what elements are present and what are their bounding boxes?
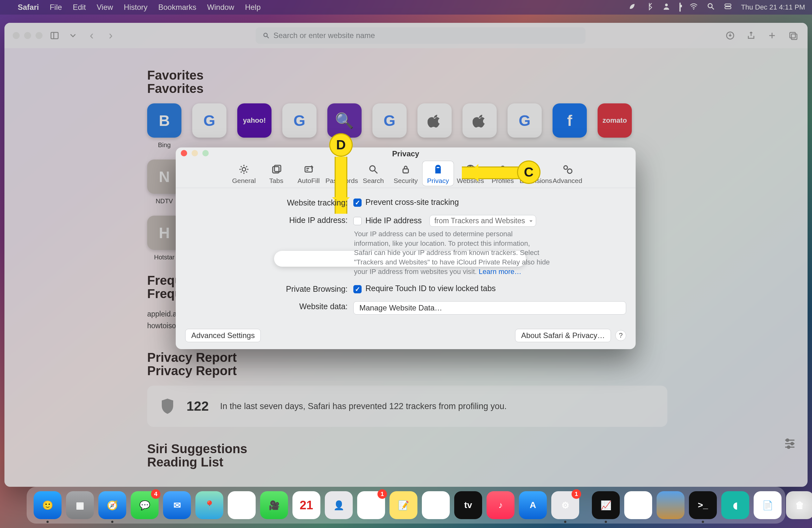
favorite-tile[interactable]: G [282, 103, 317, 149]
menu-clock[interactable]: Thu Dec 21 4:11 PM [741, 3, 805, 11]
control-center-icon[interactable] [724, 2, 732, 12]
help-button[interactable]: ? [615, 330, 626, 341]
prefs-tab-tabs[interactable]: Tabs [261, 161, 292, 186]
dock-safari[interactable]: 🧭 [98, 491, 126, 519]
website-data-label: Website data: [185, 301, 353, 311]
prefs-tab-autofill[interactable]: AutoFill [293, 161, 324, 186]
svg-rect-16 [305, 167, 313, 172]
dock-surfshark[interactable]: ◖ [721, 491, 749, 519]
svg-rect-4 [725, 7, 731, 9]
svg-point-22 [564, 166, 567, 169]
dock-reminders[interactable]: ≣1 [357, 491, 385, 519]
about-safari-privacy-button[interactable]: About Safari & Privacy… [515, 329, 611, 342]
prefs-tab-privacy[interactable]: Privacy [422, 161, 453, 186]
close-button[interactable] [181, 150, 187, 156]
dock-chrome[interactable]: ◎ [624, 491, 652, 519]
menu-bookmarks[interactable]: Bookmarks [158, 3, 196, 12]
menu-file[interactable]: File [50, 3, 62, 12]
dock-photos[interactable]: ❀ [228, 491, 256, 519]
menu-window[interactable]: Window [207, 3, 234, 12]
dock-finder[interactable]: 🙂 [34, 491, 61, 519]
back-button[interactable]: ‹ [85, 29, 98, 42]
favorite-tile[interactable]: G [192, 103, 227, 149]
learn-more-link[interactable]: Learn more… [479, 268, 521, 276]
privacy-report-text: In the last seven days, Safari has preve… [220, 401, 507, 411]
app-menu[interactable]: Safari [18, 3, 39, 12]
dock-trash[interactable]: 🗑 [786, 491, 812, 519]
svg-point-0 [665, 3, 668, 6]
favorite-tile[interactable]: BBing [147, 103, 182, 149]
dock[interactable]: 🙂▦🧭💬4✉📍❀🎥21👤≣1📝〰tv♪A⚙1 📈◎>_◖📄🗑 [27, 487, 785, 524]
prefs-tab-advanced[interactable]: Advanced [552, 161, 583, 186]
dock-notes[interactable]: 📝 [390, 491, 417, 519]
privacy-report-card[interactable]: 122 In the last seven days, Safari has p… [147, 386, 667, 427]
advanced-settings-button[interactable]: Advanced Settings [185, 329, 261, 342]
user-icon[interactable] [662, 2, 670, 12]
forward-button[interactable]: › [104, 29, 117, 42]
spotlight-icon[interactable] [707, 2, 715, 12]
bluetooth-icon[interactable] [645, 2, 653, 12]
dock-pages[interactable]: 📄 [754, 491, 782, 519]
address-bar[interactable]: Search or enter website name [256, 27, 585, 44]
sidebar-toggle-icon[interactable] [48, 30, 61, 41]
favorite-tile[interactable]: G [508, 103, 542, 149]
downloads-icon[interactable] [724, 30, 737, 41]
prefs-tab-search[interactable]: Search [358, 161, 389, 186]
dock-weather[interactable] [656, 491, 684, 519]
preferences-window: Privacy GeneralTabsAutoFillPasswordsSear… [176, 147, 636, 349]
prefs-tab-general[interactable]: General [228, 161, 259, 186]
favorite-label: Bing [147, 142, 182, 149]
share-icon[interactable] [745, 30, 757, 41]
menu-edit[interactable]: Edit [73, 3, 86, 12]
dock-freeform[interactable]: 〰 [422, 491, 450, 519]
prevent-cross-site-checkbox[interactable]: Prevent cross-site tracking [353, 197, 626, 207]
zoom-button [202, 150, 209, 156]
menu-view[interactable]: View [97, 3, 113, 12]
address-bar-placeholder: Search or enter website name [273, 31, 375, 40]
dock-launchpad[interactable]: ▦ [66, 491, 94, 519]
leaf-icon[interactable] [628, 2, 636, 12]
dock-music[interactable]: ♪ [487, 491, 514, 519]
new-tab-icon[interactable] [766, 30, 778, 41]
dock-messages[interactable]: 💬4 [131, 491, 159, 519]
dock-terminal[interactable]: >_ [689, 491, 717, 519]
favorite-tile[interactable]: G [372, 103, 407, 149]
dock-calendar[interactable]: 21 [292, 491, 320, 519]
svg-rect-3 [725, 4, 731, 6]
dock-mail[interactable]: ✉ [163, 491, 191, 519]
menu-bar[interactable]: Safari File Edit View History Bookmarks … [0, 0, 812, 15]
battery-icon[interactable] [679, 3, 681, 11]
dock-activity[interactable]: 📈 [592, 491, 620, 519]
favorite-tile[interactable]: f [553, 103, 587, 149]
manage-website-data-button[interactable]: Manage Website Data… [353, 301, 626, 314]
hide-ip-scope-select[interactable]: from Trackers and Websites [430, 215, 536, 227]
svg-point-1 [693, 9, 694, 10]
dock-tv[interactable]: tv [454, 491, 482, 519]
require-touchid-checkbox[interactable]: Require Touch ID to view locked tabs [353, 284, 626, 293]
dock-appstore[interactable]: A [519, 491, 547, 519]
svg-point-18 [370, 166, 375, 171]
dock-facetime[interactable]: 🎥 [260, 491, 288, 519]
tab-overview-icon[interactable] [787, 30, 799, 41]
customize-startpage-icon[interactable] [783, 437, 797, 452]
favorite-tile[interactable] [462, 103, 497, 149]
favorite-tile[interactable] [417, 103, 452, 149]
hide-ip-checkbox[interactable]: Hide IP address [353, 216, 422, 225]
annotation-badge-c: C [517, 160, 540, 184]
dock-settings[interactable]: ⚙1 [551, 491, 579, 519]
suggestions-heading: Siri SuggestionsReading List [147, 442, 667, 469]
search-icon [263, 32, 270, 39]
menu-history[interactable]: History [124, 3, 147, 12]
tab-group-chevron-icon[interactable] [67, 30, 79, 41]
dock-maps[interactable]: 📍 [195, 491, 223, 519]
preferences-window-controls[interactable] [181, 150, 209, 156]
favorite-tile[interactable]: zomato [598, 103, 632, 149]
dock-contacts[interactable]: 👤 [325, 491, 353, 519]
favorite-tile[interactable]: yahoo! [237, 103, 272, 149]
prefs-tab-security[interactable]: Security [390, 161, 421, 186]
hide-ip-help-text: Your IP address can be used to determine… [353, 229, 550, 276]
svg-rect-5 [51, 32, 58, 39]
menu-help[interactable]: Help [245, 3, 260, 12]
wifi-icon[interactable] [690, 2, 698, 12]
window-controls[interactable] [13, 32, 43, 39]
